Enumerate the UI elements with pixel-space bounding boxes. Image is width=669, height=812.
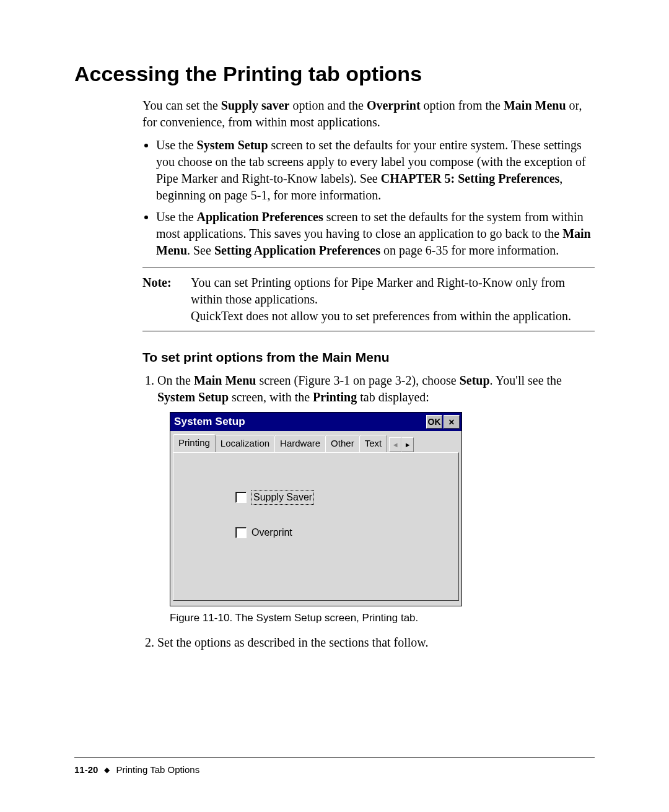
- close-button[interactable]: ×: [444, 415, 460, 429]
- system-setup-window: System Setup OK × Printing Localization …: [170, 412, 462, 606]
- text: screen (Figure 3-1 on page 3-2), choose: [256, 373, 459, 387]
- step-2: Set the options as described in the sect…: [157, 634, 595, 651]
- page-number: 11-20: [74, 764, 98, 775]
- text: You can set the: [142, 98, 221, 112]
- divider: [142, 331, 595, 331]
- overprint-checkbox[interactable]: Overprint: [235, 526, 458, 539]
- tab-scroll-left[interactable]: ◄: [389, 437, 401, 452]
- tab-strip: Printing Localization Hardware Other Tex…: [170, 431, 461, 452]
- figure-caption: Figure 11-10. The System Setup screen, P…: [170, 611, 595, 626]
- body-content: You can set the Supply saver option and …: [142, 97, 595, 651]
- tab-localization[interactable]: Localization: [215, 435, 275, 452]
- tab-scroll-right[interactable]: ►: [401, 437, 414, 452]
- supply-saver-checkbox[interactable]: Supply Saver: [235, 490, 458, 505]
- bold-system-setup: System Setup: [197, 138, 268, 152]
- bold-setup: Setup: [460, 373, 490, 387]
- text: Use the: [156, 210, 197, 224]
- steps-list: On the Main Menu screen (Figure 3-1 on p…: [142, 372, 595, 651]
- tab-body-printing: Supply Saver Overprint: [173, 452, 459, 601]
- bold-chapter5: CHAPTER 5: Setting Preferences: [381, 172, 560, 185]
- text: on page 6-35 for more information.: [380, 243, 559, 257]
- tab-other[interactable]: Other: [325, 435, 360, 452]
- text: tab displayed:: [357, 390, 429, 404]
- page-heading: Accessing the Printing tab options: [74, 62, 595, 86]
- bold-overprint: Overprint: [367, 98, 421, 112]
- tab-text[interactable]: Text: [359, 435, 388, 452]
- text: option and the: [289, 98, 366, 112]
- note-block: Note: You can set Printing options for P…: [142, 274, 595, 325]
- titlebar: System Setup OK ×: [170, 413, 461, 431]
- supply-saver-label: Supply Saver: [251, 490, 314, 505]
- sub-heading: To set print options from the Main Menu: [142, 349, 595, 366]
- bold-setting-app-prefs: Setting Application Preferences: [214, 243, 380, 257]
- window-title: System Setup: [174, 415, 245, 429]
- step-1: On the Main Menu screen (Figure 3-1 on p…: [157, 372, 595, 626]
- footer-section-title: Printing Tab Options: [116, 764, 199, 775]
- bold-main-menu: Main Menu: [194, 373, 256, 387]
- checkbox-icon: [235, 527, 247, 538]
- bold-supply-saver: Supply saver: [221, 98, 290, 112]
- text: On the: [157, 373, 194, 387]
- text: Use the: [156, 138, 197, 152]
- page-footer: 11-20 ◆ Printing Tab Options: [74, 757, 595, 775]
- bullet-item-1: Use the System Setup screen to set the d…: [156, 137, 595, 204]
- bold-system-setup: System Setup: [157, 390, 229, 404]
- checkbox-icon: [235, 492, 247, 503]
- text: screen, with the: [229, 390, 313, 404]
- note-line1: You can set Printing options for Pipe Ma…: [191, 274, 595, 308]
- overprint-label: Overprint: [251, 526, 292, 539]
- bullet-list: Use the System Setup screen to set the d…: [142, 137, 595, 259]
- diamond-icon: ◆: [104, 766, 110, 774]
- note-label: Note:: [142, 274, 180, 325]
- bullet-item-2: Use the Application Preferences screen t…: [156, 209, 595, 259]
- tab-hardware[interactable]: Hardware: [274, 435, 326, 452]
- tab-printing[interactable]: Printing: [173, 434, 216, 452]
- text: option from the: [421, 98, 504, 112]
- note-line2: QuickText does not allow you to set pref…: [191, 308, 595, 325]
- intro-paragraph: You can set the Supply saver option and …: [142, 97, 595, 131]
- ok-button[interactable]: OK: [426, 415, 442, 429]
- bold-app-prefs: Application Preferences: [197, 210, 323, 224]
- note-text: You can set Printing options for Pipe Ma…: [191, 274, 595, 325]
- text: . See: [187, 243, 214, 257]
- bold-main-menu: Main Menu: [504, 98, 566, 112]
- divider: [142, 268, 595, 268]
- text: . You'll see the: [490, 373, 562, 387]
- bold-printing: Printing: [313, 390, 357, 404]
